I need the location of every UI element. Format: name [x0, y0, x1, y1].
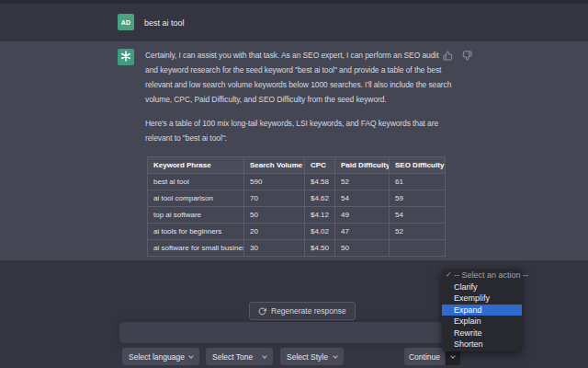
regenerate-button[interactable]: Regenerate response [249, 302, 356, 320]
select-tone-dropdown[interactable]: Select Tone [206, 348, 273, 365]
table-cell: 70 [244, 190, 305, 207]
table-cell: $4.50 [305, 240, 335, 257]
table-cell: 50 [244, 207, 305, 224]
assistant-message-body: Certainly, I can assist you with that ta… [145, 48, 452, 257]
message-input[interactable] [119, 322, 469, 343]
keyword-table: Keyword Phrase Search Volume CPC Paid Di… [147, 156, 446, 257]
select-tone-label: Select Tone [212, 352, 253, 362]
table-cell: 20 [244, 224, 305, 240]
table-cell: 59 [390, 190, 446, 207]
table-cell: top ai software [148, 207, 244, 224]
chevron-down-icon [333, 353, 338, 359]
menu-item-expand[interactable]: Expand [442, 305, 522, 316]
user-avatar: AD [118, 14, 134, 30]
openai-logo-icon [120, 49, 131, 65]
table-row: ai tools for beginners 20 $4.02 47 52 [148, 224, 446, 240]
table-cell: best ai tool [148, 174, 244, 190]
table-cell: 54 [335, 190, 390, 207]
select-style-dropdown[interactable]: Select Style [280, 348, 344, 365]
table-row: best ai tool 590 $4.58 52 61 [148, 174, 446, 190]
table-cell: ai tool comparison [148, 190, 244, 207]
select-language-dropdown[interactable]: Select language [122, 348, 199, 365]
continue-button[interactable]: Continue [404, 348, 445, 365]
table-row: ai software for small business 30 $4.50 … [148, 240, 446, 257]
table-cell: 52 [390, 224, 446, 240]
table-cell: $4.02 [305, 224, 335, 240]
table-cell: 590 [244, 174, 305, 190]
chatgpt-screen: AD best ai tool Certainl [0, 0, 588, 368]
chevron-down-icon [188, 353, 194, 359]
message-feedback [443, 51, 472, 61]
table-row: ai tool comparison 70 $4.62 54 59 [148, 190, 446, 207]
table-header-row: Keyword Phrase Search Volume CPC Paid Di… [148, 157, 446, 174]
refresh-icon [258, 307, 266, 316]
user-message-row: AD best ai tool [0, 4, 588, 41]
table-header-cell: Search Volume [244, 157, 305, 174]
table-row: top ai software 50 $4.12 49 54 [148, 207, 446, 224]
menu-item-clarify[interactable]: Clarify [442, 282, 522, 293]
table-cell: 47 [335, 224, 390, 240]
thumbs-down-icon[interactable] [462, 51, 472, 61]
table-cell: $4.58 [305, 174, 335, 190]
chevron-down-icon [262, 353, 267, 359]
menu-item-exemplify[interactable]: Exemplify [442, 293, 522, 305]
table-cell: 54 [390, 207, 446, 224]
select-style-label: Select Style [287, 352, 328, 362]
assistant-message-row: Certainly, I can assist you with that ta… [0, 41, 588, 260]
checkmark-icon: ✓ [446, 270, 452, 282]
menu-item-rewrite[interactable]: Rewrite [442, 328, 522, 339]
select-language-label: Select language [129, 352, 185, 362]
regenerate-label: Regenerate response [271, 306, 346, 316]
table-cell [390, 240, 446, 257]
table-cell: $4.62 [305, 190, 335, 207]
table-cell: 49 [335, 207, 390, 224]
table-cell: $4.12 [305, 207, 335, 224]
table-header-cell: SEO Difficulty [390, 157, 446, 174]
assistant-paragraph-2: Here's a table of 100 mix long-tail keyw… [145, 116, 452, 145]
table-header-cell: Keyword Phrase [148, 157, 244, 174]
table-cell: 61 [390, 174, 446, 190]
assistant-avatar [118, 49, 134, 65]
assistant-paragraph-1: Certainly, I can assist you with that ta… [145, 48, 452, 107]
menu-item-shorten[interactable]: Shorten [442, 339, 522, 351]
table-header-cell: Paid Difficulty [335, 157, 390, 174]
thumbs-up-icon[interactable] [443, 51, 453, 61]
table-header-cell: CPC [305, 157, 335, 174]
chevron-down-icon [450, 353, 456, 359]
keyword-table-head: Keyword Phrase Search Volume CPC Paid Di… [148, 157, 446, 174]
table-cell: ai software for small business [148, 240, 244, 257]
table-cell: 52 [335, 174, 390, 190]
menu-item-select-an-action[interactable]: ✓ -- Select an action -- [442, 270, 522, 282]
menu-selected-label: -- Select an action -- [454, 270, 528, 280]
user-message-text: best ai tool [144, 4, 185, 41]
table-cell: 30 [244, 240, 305, 257]
menu-item-explain[interactable]: Explain [442, 316, 522, 328]
table-cell: ai tools for beginners [148, 224, 244, 240]
table-cell: 50 [335, 240, 390, 257]
keyword-table-body: best ai tool 590 $4.58 52 61 ai tool com… [148, 174, 446, 257]
action-menu: ✓ -- Select an action -- Clarify Exempli… [442, 269, 522, 351]
